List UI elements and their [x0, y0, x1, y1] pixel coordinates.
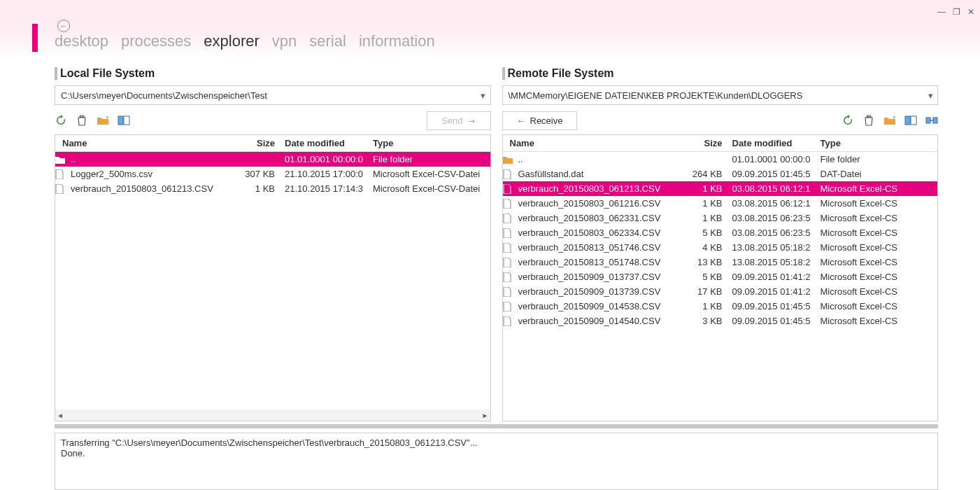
- file-row[interactable]: verbrauch_20150909_013739.CSV17 KB09.09.…: [503, 284, 938, 299]
- new-folder-icon[interactable]: +: [883, 114, 896, 127]
- file-icon: [503, 258, 518, 267]
- new-folder-icon[interactable]: +: [97, 114, 109, 127]
- file-type: Microsoft Excel-CS: [815, 227, 938, 238]
- file-name: verbrauch_20150803_061216.CSV: [518, 198, 685, 209]
- file-date: 03.08.2015 06:23:5: [727, 227, 815, 238]
- file-name: verbrauch_20150813_051748.CSV: [518, 257, 685, 267]
- send-button[interactable]: Send →: [427, 111, 490, 130]
- file-name: verbrauch_20150909_013739.CSV: [518, 286, 685, 297]
- refresh-icon[interactable]: [55, 114, 67, 127]
- local-header-row: Name Size Date modified Type: [55, 135, 490, 152]
- file-size: 4 KB: [685, 242, 727, 253]
- file-icon: [55, 169, 71, 179]
- titlebar: — ❐ ✕: [0, 0, 980, 31]
- explorer-icon[interactable]: [118, 114, 130, 127]
- scroll-left-icon[interactable]: ◄: [57, 412, 64, 419]
- col-name[interactable]: Name: [55, 138, 237, 148]
- tab-vpn[interactable]: vpn: [272, 32, 297, 50]
- file-size: 1 KB: [685, 213, 727, 223]
- file-size: 1 KB: [685, 301, 727, 312]
- svg-rect-4: [905, 116, 910, 125]
- file-row[interactable]: verbrauch_20150803_062334.CSV5 KB03.08.2…: [503, 225, 938, 240]
- restore-button[interactable]: ❐: [953, 7, 960, 17]
- main-split: Local File System C:\Users\meyer\Documen…: [55, 67, 938, 421]
- minimize-button[interactable]: —: [937, 7, 946, 17]
- file-row[interactable]: verbrauch_20150803_061216.CSV1 KB03.08.2…: [503, 196, 938, 211]
- remote-path: \MMCMemory\EIGENE DATEIEN\KEB PROJEKTE\K…: [503, 90, 924, 101]
- file-icon: [503, 169, 518, 179]
- file-type: File folder: [367, 154, 490, 164]
- file-date: 09.09.2015 01:45:5: [727, 316, 815, 326]
- tab-information[interactable]: information: [359, 32, 435, 50]
- folder-icon: [55, 155, 71, 164]
- col-date[interactable]: Date modified: [279, 138, 367, 148]
- file-row[interactable]: verbrauch_20150803_061213.CSV1 KB03.08.2…: [503, 181, 938, 196]
- delete-icon[interactable]: [862, 114, 875, 127]
- file-date: 03.08.2015 06:23:5: [727, 213, 815, 223]
- file-row[interactable]: Gasfüllstand.dat264 KB09.09.2015 01:45:5…: [503, 167, 938, 181]
- file-type: Microsoft Excel-CS: [815, 316, 938, 326]
- file-name: ..: [71, 154, 237, 164]
- receive-button[interactable]: ← Receive: [502, 111, 578, 130]
- arrow-right-icon: →: [467, 115, 476, 126]
- file-size: 1 KB: [685, 198, 727, 209]
- explorer-icon[interactable]: [904, 114, 917, 127]
- tab-serial[interactable]: serial: [309, 32, 346, 50]
- remote-link-icon[interactable]: [925, 114, 938, 127]
- file-name: verbrauch_20150803_061213.CSV: [71, 183, 237, 194]
- remote-header-row: Name Size Date modified Type: [503, 135, 938, 152]
- col-type[interactable]: Type: [815, 138, 938, 148]
- tab-explorer[interactable]: explorer: [204, 32, 259, 50]
- file-size: 5 KB: [685, 272, 727, 282]
- arrow-left-icon: ←: [517, 115, 526, 126]
- file-row[interactable]: verbrauch_20150813_051748.CSV13 KB13.08.…: [503, 255, 938, 270]
- log-line: Transferring "C:\Users\meyer\Documents\Z…: [61, 438, 932, 448]
- folder-row[interactable]: ..01.01.0001 00:00:0File folder: [55, 152, 490, 167]
- window-controls: — ❐ ✕: [937, 7, 974, 17]
- file-row[interactable]: verbrauch_20150909_014540.CSV3 KB09.09.2…: [503, 314, 938, 328]
- col-size[interactable]: Size: [685, 138, 727, 148]
- file-size: 1 KB: [685, 183, 727, 194]
- file-row[interactable]: verbrauch_20150813_051746.CSV4 KB13.08.2…: [503, 240, 938, 255]
- send-label: Send: [441, 115, 462, 126]
- close-button[interactable]: ✕: [967, 7, 974, 17]
- file-name: verbrauch_20150909_014538.CSV: [518, 301, 685, 312]
- scroll-right-icon[interactable]: ►: [482, 412, 489, 419]
- file-date: 01.01.0001 00:00:0: [727, 154, 815, 164]
- col-name[interactable]: Name: [503, 138, 685, 148]
- tab-desktop[interactable]: desktop: [55, 32, 108, 50]
- file-date: 09.09.2015 01:41:2: [727, 286, 815, 297]
- file-size: 307 KB: [237, 169, 279, 179]
- refresh-icon[interactable]: [841, 114, 854, 127]
- file-icon: [503, 214, 518, 223]
- file-row[interactable]: Logger2_500ms.csv307 KB21.10.2015 17:00:…: [55, 167, 490, 181]
- file-type: Microsoft Excel-CS: [815, 286, 938, 297]
- folder-row[interactable]: ..01.01.0001 00:00:0File folder: [503, 152, 938, 167]
- remote-panel: Remote File System \MMCMemory\EIGENE DAT…: [502, 67, 939, 421]
- col-type[interactable]: Type: [367, 138, 490, 148]
- local-path-combo[interactable]: C:\Users\meyer\Documents\Zwischenspeiche…: [55, 85, 491, 105]
- tab-processes[interactable]: processes: [121, 32, 191, 50]
- file-date: 03.08.2015 06:12:1: [727, 183, 815, 194]
- horizontal-scrollbar[interactable]: ◄ ►: [55, 410, 490, 421]
- file-type: Microsoft Excel-CSV-Datei: [367, 169, 490, 179]
- file-date: 21.10.2015 17:00:0: [279, 169, 367, 179]
- svg-rect-2: [124, 116, 129, 125]
- file-row[interactable]: verbrauch_20150803_061213.CSV1 KB21.10.2…: [55, 181, 490, 196]
- col-size[interactable]: Size: [237, 138, 279, 148]
- file-size: 13 KB: [685, 257, 727, 267]
- caret-down-icon[interactable]: ▾: [923, 90, 937, 101]
- local-toolbar: + Send →: [55, 109, 491, 132]
- log-line: Done.: [61, 448, 932, 458]
- horizontal-splitter[interactable]: [55, 424, 938, 428]
- file-row[interactable]: verbrauch_20150909_014538.CSV1 KB09.09.2…: [503, 299, 938, 314]
- remote-path-combo[interactable]: \MMCMemory\EIGENE DATEIEN\KEB PROJEKTE\K…: [502, 85, 939, 105]
- file-row[interactable]: verbrauch_20150909_013737.CSV5 KB09.09.2…: [503, 270, 938, 284]
- file-date: 09.09.2015 01:45:5: [727, 169, 815, 179]
- delete-icon[interactable]: [76, 114, 88, 127]
- col-date[interactable]: Date modified: [727, 138, 815, 148]
- file-row[interactable]: verbrauch_20150803_062331.CSV1 KB03.08.2…: [503, 211, 938, 225]
- caret-down-icon[interactable]: ▾: [476, 90, 490, 101]
- arrow-left-icon: ←: [60, 22, 68, 30]
- back-button[interactable]: ←: [57, 20, 70, 32]
